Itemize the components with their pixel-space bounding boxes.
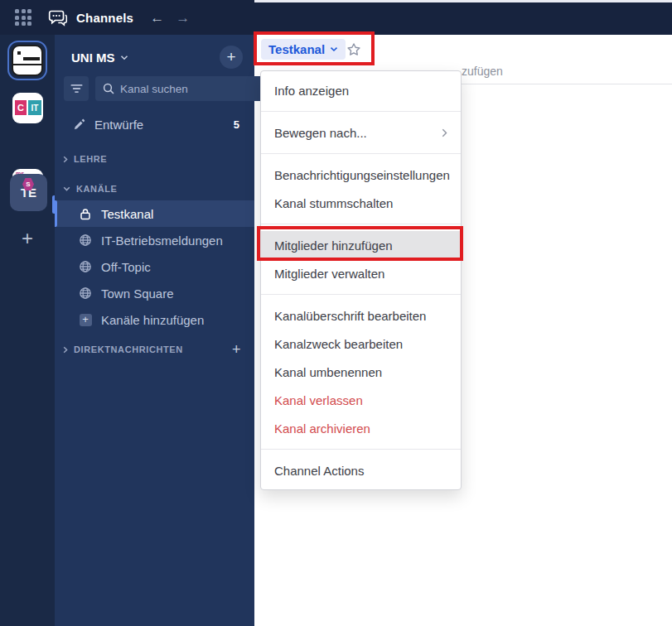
channel-title-dropdown[interactable]: Testkanal [261,39,346,60]
menu-divider [261,449,461,450]
lock-icon [79,208,92,220]
section-label: KANÄLE [76,184,117,194]
menu-item-bewegen-nach[interactable]: Bewegen nach... [261,118,461,147]
chevron-down-icon [330,46,338,52]
channel-search-box[interactable] [95,76,274,101]
menu-divider [261,153,461,154]
favorite-star-icon[interactable] [345,41,363,59]
drafts-count-badge: 5 [234,118,239,131]
team-sidebar: C IT ms R S E TE + [0,35,55,626]
menu-item-benachrichtigungseinstellungen[interactable]: Benachrichtigungseinstellungen [261,161,461,189]
channels-product-icon [47,7,69,27]
history-back-icon[interactable]: ← [150,11,164,25]
menu-divider [261,294,461,295]
channel-filter-button[interactable] [64,76,89,101]
add-team-button[interactable]: + [0,227,55,250]
product-switcher-icon[interactable] [15,9,31,26]
sidebar-search-row [55,76,254,101]
menu-divider [261,111,461,112]
sidebar-item-drafts[interactable]: Entwürfe 5 [55,111,254,137]
chevron-down-icon [120,55,128,60]
channel-title: Testkanal [268,42,325,56]
chevron-right-icon [63,156,68,163]
channel-header-placeholder[interactable]: zufügen [462,65,503,78]
section-label: LEHRE [74,154,107,164]
sidebar-channel-off-topic[interactable]: Off-Topic [55,253,254,280]
global-header: Channels ← → [0,0,672,35]
menu-item-kanal-umbenennen[interactable]: Kanal umbenennen [261,358,461,386]
channel-label: IT-Betriebsmeldungen [101,234,223,248]
menu-item-kanalueberschrift-bearbeiten[interactable]: Kanalüberschrift bearbeiten [261,301,461,330]
pencil-icon [73,118,85,131]
channel-sidebar: UNI MS + Entwürfe 5 LEHRE KANÄLE [55,35,254,626]
active-channel-bar [55,200,57,227]
sidebar-section-direktnachrichten[interactable]: DIREKTNACHRICHTEN + [55,338,254,361]
team-name-menu[interactable]: UNI MS [71,51,115,65]
sidebar-channel-town-square[interactable]: Town Square [55,280,254,306]
channel-label: Testkanal [101,207,153,221]
menu-item-kanal-stummschalten[interactable]: Kanal stummschalten [261,189,461,217]
menu-item-info-anzeigen[interactable]: Info anzeigen [261,76,461,104]
team-item-uni-active[interactable] [7,41,47,80]
globe-icon [79,260,92,273]
sidebar-channel-testkanal[interactable]: Testkanal [55,200,254,227]
menu-divider [261,224,461,224]
globe-icon [79,234,92,247]
drafts-label: Entwürfe [94,118,143,132]
menu-item-kanalzweck-bearbeiten[interactable]: Kanalzweck bearbeiten [261,330,461,358]
sidebar-section-kanaele[interactable]: KANÄLE [55,177,254,200]
section-label: DIREKTNACHRICHTEN [74,344,183,354]
search-input[interactable] [120,83,267,95]
chevron-right-icon [63,346,68,354]
add-direct-message-button[interactable]: + [232,341,241,359]
sidebar-channel-it-betriebsmeldungen[interactable]: IT-Betriebsmeldungen [55,227,254,253]
sidebar-section-lehre[interactable]: LEHRE [55,147,254,171]
channel-label: Kanäle hinzufügen [101,313,204,327]
add-channel-plus-button[interactable]: + [220,46,243,69]
team-item-cit[interactable]: C IT [12,93,43,123]
chevron-down-icon [63,186,70,191]
menu-item-mitglieder-hinzufuegen[interactable]: Mitglieder hinzufügen [261,231,461,259]
history-forward-icon[interactable]: → [176,11,190,25]
search-icon [103,83,114,94]
channel-label: Town Square [101,287,174,301]
sidebar-add-channels[interactable]: + Kanäle hinzufügen [55,306,254,333]
menu-item-kanal-archivieren[interactable]: Kanal archivieren [261,414,461,442]
chevron-right-icon [442,128,447,137]
menu-item-kanal-verlassen[interactable]: Kanal verlassen [261,386,461,414]
globe-icon [79,287,92,300]
channel-label: Off-Topic [101,260,151,274]
cit-team-logo: C IT [15,100,41,115]
menu-item-mitglieder-verwalten[interactable]: Mitglieder verwalten [261,259,461,287]
menu-item-channel-actions[interactable]: Channel Actions [261,456,461,484]
channel-dropdown-menu: Info anzeigen Bewegen nach... Benachrich… [260,70,462,490]
uni-team-logo [12,45,43,76]
window-top-edge [254,0,672,2]
product-title: Channels [76,11,133,25]
plus-square-icon: + [79,314,92,326]
sidebar-header: UNI MS + [55,35,254,69]
